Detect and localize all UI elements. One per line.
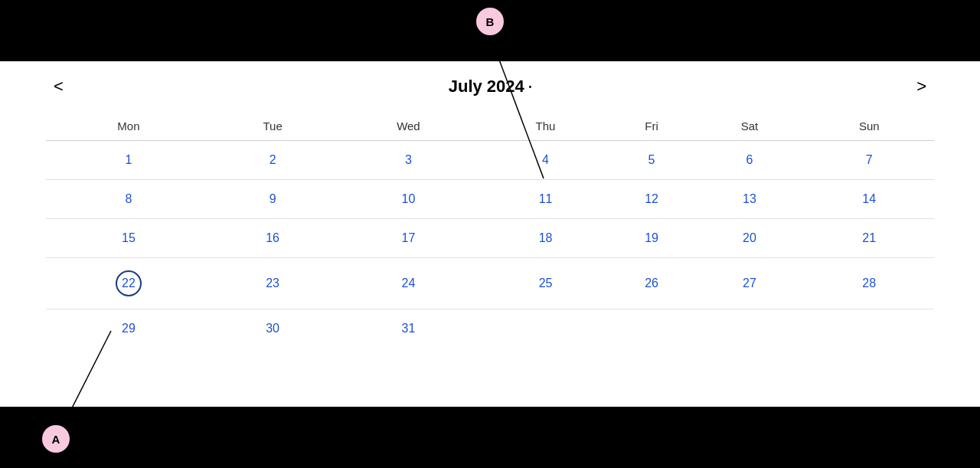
calendar-week-row: 22232425262728 — [46, 258, 934, 309]
calendar-week-row: 1234567 — [46, 141, 934, 180]
day-20[interactable]: 20 — [695, 219, 805, 258]
weekday-tue: Tue — [211, 112, 335, 141]
next-month-button[interactable]: > — [909, 73, 934, 100]
day-30[interactable]: 30 — [211, 309, 335, 349]
day-10[interactable]: 10 — [334, 180, 482, 219]
month-title: July 2024 — [449, 77, 532, 97]
day-21[interactable]: 21 — [804, 219, 934, 258]
day-3[interactable]: 3 — [334, 141, 482, 180]
weekday-wed: Wed — [334, 112, 482, 141]
day-27[interactable]: 27 — [695, 258, 805, 309]
calendar-header: < July 2024 > — [46, 61, 934, 104]
day-11[interactable]: 11 — [482, 180, 608, 219]
day-17[interactable]: 17 — [334, 219, 482, 258]
calendar-week-row: 293031 — [46, 309, 934, 349]
day-8[interactable]: 8 — [46, 180, 211, 219]
weekday-mon: Mon — [46, 112, 211, 141]
day-6[interactable]: 6 — [695, 141, 805, 180]
weekday-fri: Fri — [609, 112, 695, 141]
day-23[interactable]: 23 — [211, 258, 335, 309]
weekday-thu: Thu — [482, 112, 608, 141]
calendar-grid: Mon Tue Wed Thu Fri Sat Sun 123456789101… — [46, 112, 934, 348]
day-18[interactable]: 18 — [482, 219, 608, 258]
day-empty — [804, 309, 934, 349]
weekday-sun: Sun — [804, 112, 934, 141]
calendar-body: 1234567891011121314151617181920212223242… — [46, 141, 934, 349]
day-24[interactable]: 24 — [334, 258, 482, 309]
day-25[interactable]: 25 — [482, 258, 608, 309]
weekday-header-row: Mon Tue Wed Thu Fri Sat Sun — [46, 112, 934, 141]
annotation-a: A — [42, 425, 70, 453]
day-empty — [609, 309, 695, 349]
day-15[interactable]: 15 — [46, 219, 211, 258]
day-5[interactable]: 5 — [609, 141, 695, 180]
calendar-container: < July 2024 > Mon Tue Wed Thu Fri Sat Su… — [0, 61, 980, 407]
day-31[interactable]: 31 — [334, 309, 482, 349]
day-22[interactable]: 22 — [46, 258, 211, 309]
day-12[interactable]: 12 — [609, 180, 695, 219]
day-13[interactable]: 13 — [695, 180, 805, 219]
weekday-sat: Sat — [695, 112, 805, 141]
day-empty — [695, 309, 805, 349]
day-29[interactable]: 29 — [46, 309, 211, 349]
calendar-week-row: 891011121314 — [46, 180, 934, 219]
day-9[interactable]: 9 — [211, 180, 335, 219]
day-2[interactable]: 2 — [211, 141, 335, 180]
prev-month-button[interactable]: < — [46, 73, 71, 100]
day-1[interactable]: 1 — [46, 141, 211, 180]
annotation-b: B — [476, 8, 504, 35]
day-4[interactable]: 4 — [482, 141, 608, 180]
day-16[interactable]: 16 — [211, 219, 335, 258]
calendar-week-row: 15161718192021 — [46, 219, 934, 258]
day-28[interactable]: 28 — [804, 258, 934, 309]
day-14[interactable]: 14 — [804, 180, 934, 219]
day-empty — [482, 309, 608, 349]
day-26[interactable]: 26 — [609, 258, 695, 309]
day-19[interactable]: 19 — [609, 219, 695, 258]
day-7[interactable]: 7 — [804, 141, 934, 180]
